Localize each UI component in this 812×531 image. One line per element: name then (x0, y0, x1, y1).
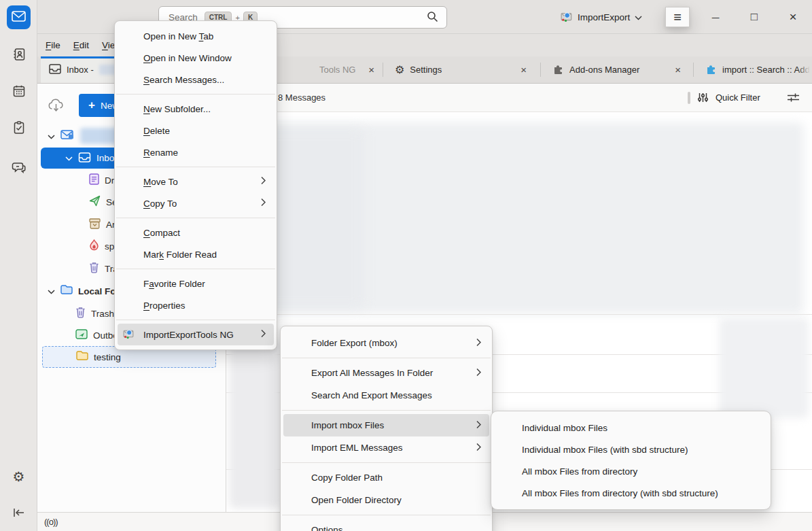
tab-addons-manager[interactable]: Add-ons Manager × (540, 56, 693, 83)
tab-label: Inbox - (67, 65, 94, 75)
importexport-icon (561, 10, 573, 24)
archive-icon (89, 218, 101, 231)
submenu-item-open-folder-directory[interactable]: Open Folder Directory (283, 489, 489, 511)
message-count: 8 Messages (278, 92, 325, 103)
subsubmenu-item-individual-mbox[interactable]: Individual mbox Files (494, 417, 768, 439)
drafts-icon (89, 173, 99, 187)
close-button[interactable]: × (781, 7, 805, 27)
tab-settings[interactable]: ⚙ Settings × (383, 56, 540, 83)
chevron-right-icon (261, 330, 266, 340)
menu-separator (282, 410, 491, 411)
chevron-right-icon (261, 177, 266, 187)
collapse-spaces-button[interactable] (7, 502, 31, 526)
account-mail-icon (60, 129, 75, 143)
menu-item-properties[interactable]: Properties (118, 294, 274, 316)
importexport-label: ImportExport (578, 12, 630, 22)
folder-label: Trash (91, 309, 114, 319)
quick-filter-divider (688, 92, 690, 104)
folder-label: testing (94, 352, 121, 362)
submenu-item-search-and-export[interactable]: Search And Export Messages (283, 384, 489, 407)
menu-item-favorite-folder[interactable]: Favorite Folder (118, 273, 274, 294)
message-list-header: 8 Messages Quick Filter (226, 84, 812, 112)
chevron-down-icon[interactable] (48, 131, 55, 141)
sent-icon (89, 195, 101, 209)
space-tasks-button[interactable] (7, 117, 31, 141)
tab-close-button[interactable]: × (520, 65, 527, 75)
subsubmenu-import-mbox: Individual mbox Files Individual mbox Fi… (491, 411, 771, 510)
addressbook-icon (12, 48, 26, 63)
menubar-item-file[interactable]: File (44, 38, 62, 52)
subsubmenu-item-all-mbox-directory-sbd[interactable]: All mbox Files from directory (with sbd … (494, 482, 768, 504)
settings-gear-button[interactable]: ⚙ (7, 464, 31, 488)
maximize-button[interactable]: □ (742, 7, 766, 27)
tab-import-search-addons[interactable]: import :: Search :: Add × (693, 56, 812, 83)
tab-label: import :: Search :: Add (722, 65, 810, 75)
submenu-importexporttools: Folder Export (mbox) Export All Messages… (280, 326, 493, 531)
subsubmenu-item-all-mbox-directory[interactable]: All mbox Files from directory (494, 460, 768, 482)
chat-icon (12, 161, 26, 176)
menubar-item-edit[interactable]: Edit (72, 38, 90, 52)
menu-item-rename[interactable]: Rename (118, 141, 274, 163)
collapse-left-icon (12, 507, 26, 520)
importexport-toolbar-button[interactable]: ImportExport (555, 7, 648, 27)
outbox-icon (75, 329, 88, 341)
menu-item-mark-folder-read[interactable]: Mark Folder Read (118, 243, 274, 265)
tab-close-button[interactable]: × (675, 65, 681, 75)
folder-yellow-icon (76, 351, 88, 363)
tab-close-button[interactable]: × (368, 65, 374, 75)
menu-item-importexporttools-ng[interactable]: ImportExportTools NG (118, 324, 274, 345)
chevron-down-icon[interactable] (48, 286, 55, 296)
puzzle-icon (552, 63, 564, 77)
chevron-down-icon[interactable] (65, 153, 73, 163)
inbox-icon (78, 152, 91, 165)
app-menu-button[interactable]: ≡ (665, 7, 690, 27)
hamburger-icon: ≡ (673, 10, 682, 25)
chevron-right-icon (261, 199, 266, 209)
submenu-item-copy-folder-path[interactable]: Copy Folder Path (283, 466, 489, 489)
menu-separator (116, 167, 275, 167)
minimize-button[interactable]: ─ (703, 7, 728, 27)
menu-separator (116, 94, 275, 95)
chevron-right-icon (476, 368, 481, 378)
chevron-right-icon (476, 420, 481, 430)
tab-label: Tools NG (319, 65, 355, 75)
menu-separator (116, 320, 275, 320)
menu-item-open-in-new-tab[interactable]: Open in New Tab (118, 25, 274, 47)
space-addressbook-button[interactable] (7, 44, 31, 67)
puzzle-icon (705, 63, 717, 77)
submenu-item-import-mbox-files[interactable]: Import mbox Files (283, 414, 489, 436)
menu-item-move-to[interactable]: Move To (118, 171, 274, 192)
space-chat-button[interactable] (7, 156, 31, 180)
magnifier-icon (427, 11, 438, 24)
quick-filter-sliders-icon[interactable] (697, 92, 709, 105)
cloud-download-icon[interactable] (48, 98, 65, 114)
menu-item-copy-to[interactable]: Copy To (118, 192, 274, 214)
menu-item-new-subfolder[interactable]: New Subfolder... (118, 98, 274, 120)
message-list-options-icon[interactable] (787, 92, 800, 105)
submenu-item-import-eml-messages[interactable]: Import EML Messages (283, 436, 489, 459)
space-calendar-button[interactable] (7, 80, 31, 104)
submenu-item-folder-export-mbox[interactable]: Folder Export (mbox) (283, 332, 489, 354)
menu-item-search-messages[interactable]: Search Messages... (118, 69, 274, 90)
menu-separator (116, 269, 275, 269)
space-mail-button[interactable] (7, 5, 31, 29)
chevron-right-icon (476, 443, 481, 453)
menu-separator (282, 515, 491, 515)
gear-icon: ⚙ (395, 65, 404, 75)
menu-separator (282, 462, 491, 463)
submenu-item-options[interactable]: Options (283, 519, 489, 531)
blurred-content (719, 318, 809, 418)
submenu-item-export-all-messages[interactable]: Export All Messages In Folder (283, 362, 489, 384)
spaces-toolbar: ⚙ (0, 0, 37, 531)
quick-filter-label[interactable]: Quick Filter (716, 92, 760, 103)
broadcast-icon: ((o)) (44, 517, 58, 527)
tab-label: Settings (410, 65, 442, 75)
menu-item-open-in-new-window[interactable]: Open in New Window (118, 47, 274, 69)
close-icon: × (789, 10, 796, 24)
menu-item-compact[interactable]: Compact (118, 222, 274, 243)
subsubmenu-item-individual-mbox-sbd[interactable]: Individual mbox Files (with sbd structur… (494, 439, 768, 460)
tab-label: Add-ons Manager (569, 65, 639, 75)
menu-item-delete[interactable]: Delete (118, 120, 274, 141)
menu-separator (116, 218, 275, 218)
tasks-icon (13, 121, 25, 137)
